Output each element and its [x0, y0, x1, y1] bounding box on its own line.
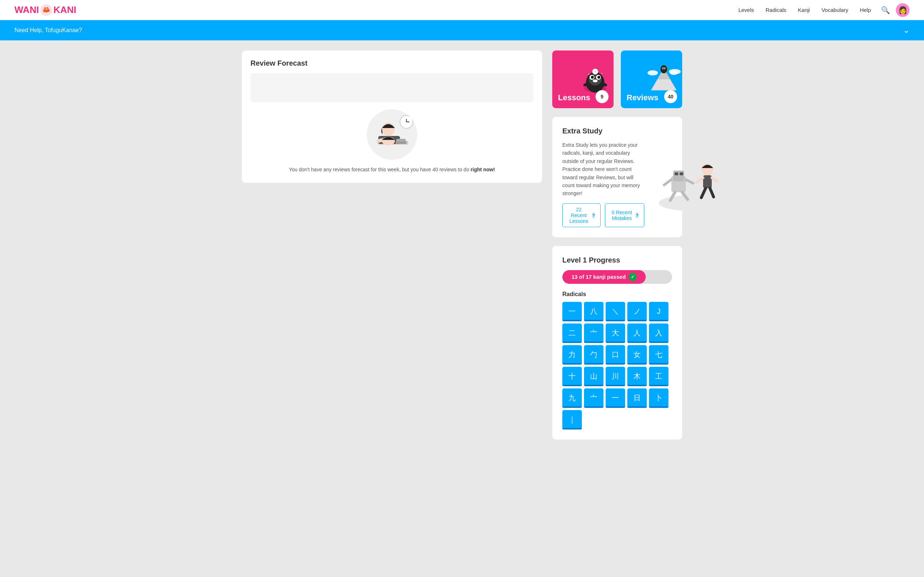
- nav-help[interactable]: Help: [860, 7, 871, 13]
- radical-tile[interactable]: 日: [627, 388, 647, 408]
- nav-radicals[interactable]: Radicals: [766, 7, 787, 13]
- forecast-text: You don't have any reviews forecast for …: [250, 166, 533, 174]
- radical-tile[interactable]: 口: [606, 345, 625, 364]
- svg-marker-30: [667, 68, 670, 69]
- svg-rect-33: [673, 171, 684, 181]
- lessons-card[interactable]: ! ✦ ✦ Lessons 9: [552, 50, 614, 108]
- forecast-chart: [250, 73, 533, 102]
- radical-tile[interactable]: 入: [649, 324, 669, 343]
- lessons-help-icon[interactable]: ?: [592, 212, 595, 219]
- recent-lessons-label: 22 Recent Lessons: [568, 206, 590, 224]
- checkmark-icon: ✓: [629, 273, 637, 281]
- radical-tile[interactable]: 一: [562, 302, 582, 321]
- extra-study-text: Extra Study lets you practice your radic…: [562, 141, 644, 227]
- progress-bar-container: 13 of 17 kanji passed ✓: [562, 270, 672, 284]
- svg-point-20: [670, 71, 678, 75]
- crab-icon: 🦀: [40, 3, 53, 16]
- forecast-text-bold: right now!: [471, 167, 495, 172]
- radical-tile[interactable]: ノ: [627, 302, 647, 321]
- navbar: WANI 🦀 KANI Levels Radicals Kanji Vocabu…: [0, 0, 924, 20]
- extra-study-inner: Extra Study lets you practice your radic…: [562, 141, 672, 227]
- lessons-badge: 9: [596, 90, 609, 103]
- svg-rect-35: [680, 172, 683, 175]
- radical-tile[interactable]: 七: [649, 345, 669, 364]
- logo-text-left: WANI: [15, 4, 39, 16]
- radical-tile[interactable]: ＼: [606, 302, 625, 321]
- mistakes-help-icon[interactable]: ?: [635, 212, 639, 219]
- radicals-grid: 一八＼ノJ二亠大人入力勹口女七十山川木工九亠一日卜｜: [562, 302, 672, 429]
- radical-tile[interactable]: 工: [649, 367, 669, 386]
- reviews-badge: 40: [664, 90, 677, 103]
- waiting-girl-icon: [367, 109, 417, 160]
- svg-point-9: [592, 76, 593, 77]
- extra-study-title: Extra Study: [562, 127, 672, 135]
- svg-text:🦀: 🦀: [42, 6, 50, 14]
- radical-tile[interactable]: 人: [627, 324, 647, 343]
- avatar-emoji: 👩: [898, 6, 908, 15]
- svg-point-28: [664, 68, 665, 69]
- extra-study-section: Extra Study Extra Study lets you practic…: [552, 117, 682, 237]
- radicals-subtitle: Radicals: [562, 291, 672, 298]
- svg-rect-34: [675, 172, 678, 175]
- nav-icons: 🔍 👩: [881, 3, 909, 17]
- radical-tile[interactable]: 卜: [649, 388, 669, 408]
- logo[interactable]: WANI 🦀 KANI: [15, 3, 76, 16]
- radical-tile[interactable]: 二: [562, 324, 582, 343]
- radical-tile[interactable]: 勹: [584, 345, 604, 364]
- radical-tile[interactable]: 川: [606, 367, 625, 386]
- cards-row: ! ✦ ✦ Lessons 9: [552, 50, 682, 108]
- radical-tile[interactable]: 大: [606, 324, 625, 343]
- radical-tile[interactable]: 八: [584, 302, 604, 321]
- left-column: ! ✦ ✦ Lessons 9: [552, 50, 682, 448]
- radical-tile[interactable]: 木: [627, 367, 647, 386]
- help-banner-text: Need Help, TofuguKanae?: [15, 27, 82, 34]
- svg-rect-41: [703, 175, 712, 188]
- radical-tile[interactable]: 一: [606, 388, 625, 408]
- level-progress-section: Level 1 Progress 13 of 17 kanji passed ✓…: [552, 246, 682, 440]
- nav-kanji[interactable]: Kanji: [798, 7, 810, 13]
- nav-levels[interactable]: Levels: [738, 7, 754, 13]
- running-illustration-icon: [651, 154, 731, 212]
- radical-tile[interactable]: 力: [562, 345, 582, 364]
- radical-tile[interactable]: 九: [562, 388, 582, 408]
- reviews-card[interactable]: Reviews 40: [621, 50, 682, 108]
- progress-text: 13 of 17 kanji passed: [571, 274, 625, 280]
- radical-tile[interactable]: J: [649, 302, 669, 321]
- avatar[interactable]: 👩: [896, 3, 909, 17]
- chevron-down-icon: ⌄: [903, 26, 909, 35]
- svg-line-37: [686, 180, 693, 183]
- nav-vocabulary[interactable]: Vocabulary: [822, 7, 848, 13]
- forecast-illustration: [367, 109, 417, 160]
- progress-bar-fill: 13 of 17 kanji passed ✓: [562, 270, 646, 284]
- recent-mistakes-label: 0 Recent Mistakes: [611, 210, 633, 221]
- logo-text-right: KANI: [53, 4, 76, 16]
- svg-text:✦: ✦: [588, 73, 590, 76]
- svg-point-10: [598, 76, 599, 77]
- search-icon[interactable]: 🔍: [881, 6, 890, 15]
- svg-text:✦: ✦: [601, 73, 603, 75]
- recent-mistakes-button[interactable]: 0 Recent Mistakes ?: [605, 203, 644, 227]
- radical-tile[interactable]: 女: [627, 345, 647, 364]
- svg-line-36: [664, 180, 671, 185]
- svg-point-11: [593, 80, 598, 82]
- svg-line-45: [710, 188, 714, 197]
- level-progress-title: Level 1 Progress: [562, 256, 672, 264]
- radical-tile[interactable]: 亠: [584, 324, 604, 343]
- lessons-label: Lessons: [552, 87, 596, 108]
- svg-point-27: [662, 68, 663, 69]
- svg-line-43: [712, 178, 717, 181]
- radical-tile[interactable]: 山: [584, 367, 604, 386]
- help-banner[interactable]: Need Help, TofuguKanae? ⌄: [0, 20, 924, 40]
- radical-tile[interactable]: 亠: [584, 388, 604, 408]
- extra-study-buttons: 22 Recent Lessons ? 0 Recent Mistakes ?: [562, 203, 644, 227]
- sidebar: Review Forecast: [242, 50, 542, 469]
- svg-rect-55: [396, 139, 406, 142]
- extra-study-illustration: [651, 154, 731, 213]
- extra-study-description: Extra Study lets you practice your radic…: [562, 141, 644, 198]
- recent-lessons-button[interactable]: 22 Recent Lessons ?: [562, 203, 601, 227]
- main-container: ! ✦ ✦ Lessons 9: [228, 40, 696, 479]
- nav-links: Levels Radicals Kanji Vocabulary Help: [738, 7, 871, 13]
- reviews-label: Reviews: [621, 87, 664, 108]
- radical-tile[interactable]: ｜: [562, 410, 582, 429]
- radical-tile[interactable]: 十: [562, 367, 582, 386]
